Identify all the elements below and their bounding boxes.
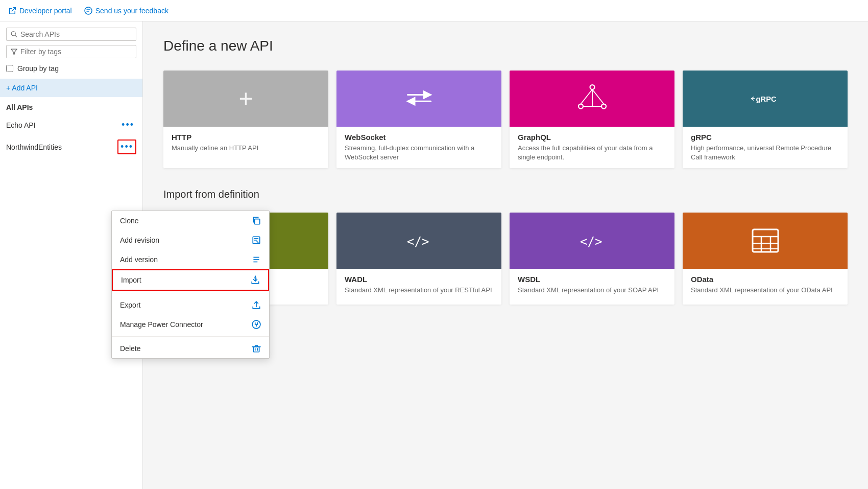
menu-clone-label: Clone [120,217,139,225]
menu-divider-1 [112,293,269,293]
svg-text:</>: </> [580,235,602,249]
menu-item-import[interactable]: Import [112,269,269,291]
svg-point-11 [578,104,583,109]
group-by-tag-checkbox[interactable] [6,65,13,72]
http-card-icon-area: + [163,71,328,127]
grpc-card-icon-area: gRPC [683,71,848,127]
svg-text:</>: </> [407,235,429,249]
menu-add-version-label: Add version [120,255,158,264]
external-link-icon [8,7,16,15]
graphql-card-desc: Access the full capabilities of your dat… [518,144,666,162]
svg-rect-4 [255,219,260,224]
svg-point-10 [590,85,594,89]
sidebar-item-northwind[interactable]: NorthwindEntities ••• [0,135,142,158]
developer-portal-label: Developer portal [19,7,72,15]
menu-item-manage-power[interactable]: Manage Power Connector [112,315,269,334]
sidebar: Group by tag + Add API All APIs Echo API… [0,21,143,489]
export-icon [252,300,261,310]
define-api-title: Define a new API [163,38,848,54]
api-cards-row1: + HTTP Manually define an HTTP API [163,71,848,168]
wadl-card-title: WADL [345,275,493,284]
graphql-card[interactable]: GraphQL Access the full capabilities of … [510,71,674,168]
wadl-card[interactable]: </> WADL Standard XML representation of … [336,213,501,305]
menu-item-delete[interactable]: Delete [112,339,269,358]
menu-add-revision-label: Add revision [120,236,159,244]
import-section-title: Import from definition [163,189,848,200]
search-apis-container[interactable] [6,28,136,41]
group-by-tag-label: Group by tag [17,64,59,73]
menu-import-label: Import [121,276,141,284]
revision-icon [252,236,261,245]
svg-point-12 [601,104,606,109]
menu-item-clone[interactable]: Clone [112,211,269,230]
websocket-card[interactable]: WebSocket Streaming, full-duplex communi… [336,71,501,168]
search-apis-input[interactable] [20,30,132,38]
menu-export-label: Export [120,301,140,309]
filter-by-tags-container[interactable] [6,45,136,58]
wadl-card-desc: Standard XML representation of your REST… [345,286,493,295]
svg-line-14 [592,89,604,104]
import-icon [251,275,260,285]
svg-text:gRPC: gRPC [756,95,777,103]
layout: Group by tag + Add API All APIs Echo API… [0,21,868,489]
context-menu: Clone Add revision Add version Import [111,211,270,359]
feedback-link[interactable]: Send us your feedback [84,7,168,15]
grpc-card-desc: High performance, universal Remote Proce… [691,144,839,162]
power-connector-icon [252,320,261,329]
graphql-card-title: GraphQL [518,133,666,142]
grpc-card-info: gRPC High performance, universal Remote … [683,127,848,168]
svg-rect-9 [253,347,259,352]
menu-item-export[interactable]: Export [112,295,269,315]
search-icon [11,31,17,38]
wsdl-card[interactable]: </> WSDL Standard XML representation of … [510,213,674,305]
graphql-card-info: GraphQL Access the full capabilities of … [510,127,674,168]
version-icon [252,255,261,264]
menu-delete-label: Delete [120,344,140,353]
http-card-title: HTTP [172,133,320,142]
sidebar-item-echo-api[interactable]: Echo API ••• [0,114,142,135]
http-card-desc: Manually define an HTTP API [172,144,320,153]
grpc-card[interactable]: gRPC gRPC High performance, universal Re… [683,71,848,168]
clone-icon [252,216,261,225]
feedback-icon [84,7,92,15]
filter-icon [11,48,17,55]
websocket-card-info: WebSocket Streaming, full-duplex communi… [336,127,501,168]
wsdl-card-info: WSDL Standard XML representation of your… [510,269,674,301]
wadl-code-icon: </> [404,225,435,256]
echo-api-menu-button[interactable]: ••• [119,119,136,131]
developer-portal-link[interactable]: Developer portal [8,7,72,15]
northwind-menu-button[interactable]: ••• [117,139,136,154]
menu-item-add-revision[interactable]: Add revision [112,230,269,250]
add-api-label: + Add API [6,84,38,92]
menu-divider-2 [112,336,269,337]
top-bar: Developer portal Send us your feedback [0,0,868,21]
wsdl-card-icon-area: </> [510,213,674,269]
odata-card-icon-area [683,213,848,269]
delete-icon [252,344,261,353]
http-card[interactable]: + HTTP Manually define an HTTP API [163,71,328,168]
group-by-tag-container: Group by tag [0,62,142,79]
http-card-info: HTTP Manually define an HTTP API [163,127,328,159]
menu-item-add-version[interactable]: Add version [112,250,269,269]
svg-line-2 [15,35,17,37]
websocket-card-title: WebSocket [345,133,493,142]
odata-card[interactable]: OData Standard XML representation of you… [683,213,848,305]
add-api-button[interactable]: + Add API [0,79,142,97]
odata-card-title: OData [691,275,839,284]
menu-manage-power-label: Manage Power Connector [120,320,203,329]
http-plus-icon: + [238,86,253,111]
echo-api-name: Echo API [6,121,36,129]
svg-point-1 [11,32,15,36]
wadl-card-icon-area: </> [336,213,501,269]
svg-marker-3 [11,49,17,54]
svg-point-0 [85,7,92,14]
all-apis-label: All APIs [0,97,142,114]
wsdl-card-title: WSDL [518,275,666,284]
northwind-name: NorthwindEntities [6,143,62,151]
grpc-icon: gRPC [750,83,781,114]
graphql-icon [577,83,608,114]
odata-card-desc: Standard XML representation of your ODat… [691,286,839,295]
feedback-label: Send us your feedback [95,7,168,15]
odata-card-info: OData Standard XML representation of you… [683,269,848,301]
filter-by-tags-input[interactable] [20,48,132,56]
